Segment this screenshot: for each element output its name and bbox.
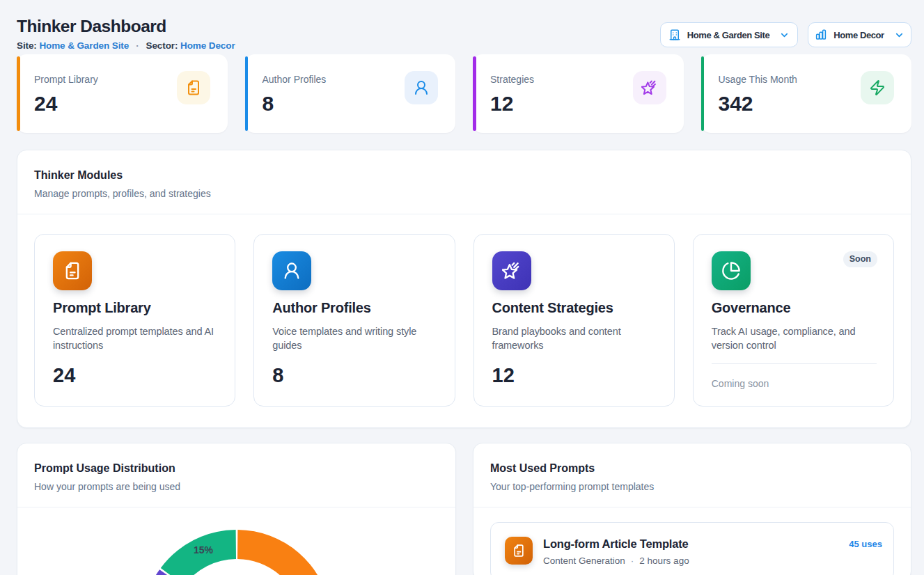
svg-text:15%: 15% (194, 544, 214, 556)
